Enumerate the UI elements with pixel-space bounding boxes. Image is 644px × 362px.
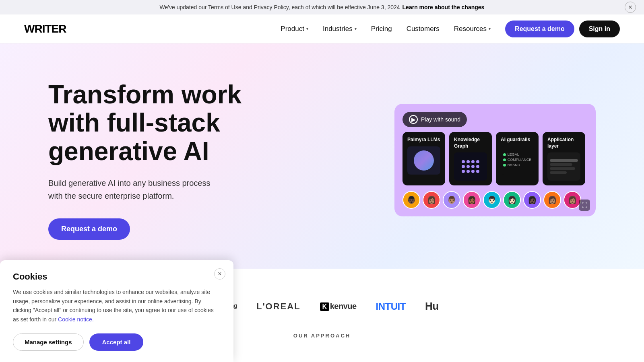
guardrails-label: AI guardrails: [501, 137, 534, 143]
nav-links: Product ▾ Industries ▾ Pricing Customers…: [281, 25, 491, 33]
nav-item-industries[interactable]: Industries ▾: [323, 25, 357, 33]
announcement-close-button[interactable]: ×: [625, 2, 636, 13]
avatar-2: 👩🏽: [423, 191, 440, 209]
palmyra-label: Palmyra LLMs: [407, 137, 440, 143]
hero-video-card: ▶ Play with sound Palmyra LLMs Knowledge…: [394, 104, 596, 216]
announcement-bar: We've updated our Terms of Use and Priva…: [0, 0, 644, 14]
guardrails-visual: LEGAL COMPLIANCE BRAND: [501, 146, 534, 175]
product-cards-row: Palmyra LLMs Knowledge Graph: [402, 132, 588, 185]
avatar-5: 👨🏻: [483, 191, 501, 209]
brand-kenvue: Kkenvue: [320, 302, 357, 311]
product-card-app-layer: Application layer: [543, 132, 585, 185]
cookie-banner: × Cookies We use cookies and similar tec…: [0, 260, 233, 343]
manage-settings-button[interactable]: Manage settings: [13, 333, 84, 343]
palmyra-visual: [407, 146, 440, 175]
hero-left: Transform work with full-stack generativ…: [48, 80, 282, 240]
brand-loreal: L'OREAL: [256, 301, 301, 312]
app-layer-visual: [547, 152, 580, 181]
nav-link-pricing[interactable]: Pricing: [371, 25, 392, 33]
app-layer-label: Application layer: [547, 137, 580, 149]
chevron-down-icon: ▾: [355, 27, 357, 31]
avatar-6: 👩🏻: [503, 191, 521, 209]
play-icon: ▶: [409, 115, 418, 124]
nav-item-product[interactable]: Product ▾: [281, 25, 308, 33]
hero-right: ▶ Play with sound Palmyra LLMs Knowledge…: [282, 104, 596, 216]
chevron-down-icon: ▾: [306, 27, 308, 31]
hero-title: Transform work with full-stack generativ…: [48, 80, 282, 165]
play-with-sound-button[interactable]: ▶ Play with sound: [402, 112, 467, 127]
announcement-text: We've updated our Terms of Use and Priva…: [160, 4, 400, 10]
main-nav: WRITER Product ▾ Industries ▾ Pricing Cu…: [0, 14, 644, 43]
nav-link-resources[interactable]: Resources ▾: [454, 25, 491, 33]
avatar-8: 👩🏽: [543, 191, 561, 209]
hero-section: Transform work with full-stack generativ…: [0, 43, 644, 269]
cookie-close-button[interactable]: ×: [214, 268, 225, 280]
avatar-7: 👩🏿: [523, 191, 541, 209]
nav-item-customers[interactable]: Customers: [407, 25, 440, 33]
app-lines: [550, 159, 578, 174]
cookie-body: We use cookies and similar technologies …: [13, 288, 221, 324]
avatar-3: 👨🏽: [443, 191, 460, 209]
product-card-palmyra: Palmyra LLMs: [402, 132, 445, 185]
palmyra-blob: [414, 150, 434, 171]
nav-item-resources[interactable]: Resources ▾: [454, 25, 491, 33]
brand-intuit: INTUIT: [376, 301, 406, 312]
product-card-guardrails: AI guardrails LEGAL COMPLIANCE BRAND: [496, 132, 539, 185]
announcement-link[interactable]: Learn more about the changes: [402, 4, 485, 10]
cookie-notice-link[interactable]: Cookie notice.: [58, 316, 94, 323]
product-card-knowledge: Knowledge Graph: [449, 132, 492, 185]
avatar-4: 👩🏾: [463, 191, 481, 209]
nav-link-product[interactable]: Product ▾: [281, 25, 308, 33]
nav-cta-group: Request a demo Sign in: [505, 21, 620, 37]
nav-signin-button[interactable]: Sign in: [579, 21, 620, 37]
cookie-title: Cookies: [13, 272, 221, 282]
nav-link-industries[interactable]: Industries ▾: [323, 25, 357, 33]
brand-hu: Hu: [425, 300, 439, 313]
logo[interactable]: WRITER: [24, 23, 66, 35]
knowledge-dot-grid: [462, 160, 479, 173]
hero-demo-button[interactable]: Request a demo: [48, 218, 130, 240]
chevron-down-icon: ▾: [489, 27, 491, 31]
avatar-1: 👨🏿: [402, 191, 420, 209]
guardrails-items: LEGAL COMPLIANCE BRAND: [503, 152, 532, 168]
knowledge-label: Knowledge Graph: [454, 137, 487, 149]
nav-link-customers[interactable]: Customers: [407, 25, 440, 33]
avatar-strip: 👨🏿 👩🏽 👨🏽 👩🏾 👨🏻 👩🏻 👩🏿 👩🏽 👩🏽: [402, 191, 588, 209]
accept-all-button[interactable]: Accept all: [89, 333, 144, 343]
knowledge-visual: [454, 152, 487, 181]
nav-demo-button[interactable]: Request a demo: [505, 21, 574, 37]
cookie-actions: Manage settings Accept all: [13, 333, 221, 343]
nav-item-pricing[interactable]: Pricing: [371, 25, 392, 33]
hero-subtitle: Build generative AI into any business pr…: [48, 177, 225, 202]
expand-video-button[interactable]: ⛶: [579, 200, 590, 211]
